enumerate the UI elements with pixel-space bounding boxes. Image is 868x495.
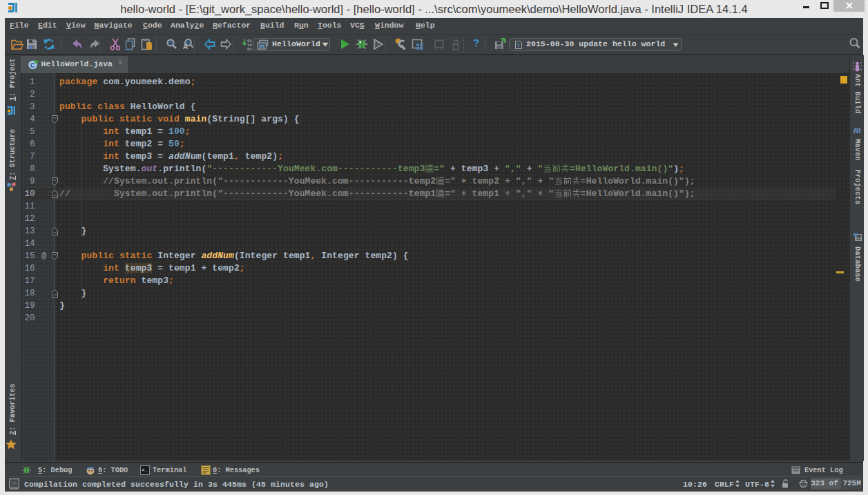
- svg-text:?: ?: [517, 42, 520, 48]
- svg-text:01: 01: [247, 47, 253, 51]
- svg-text:>_: >_: [142, 467, 148, 473]
- svg-text:A: A: [183, 43, 188, 50]
- svg-text:C: C: [30, 61, 35, 70]
